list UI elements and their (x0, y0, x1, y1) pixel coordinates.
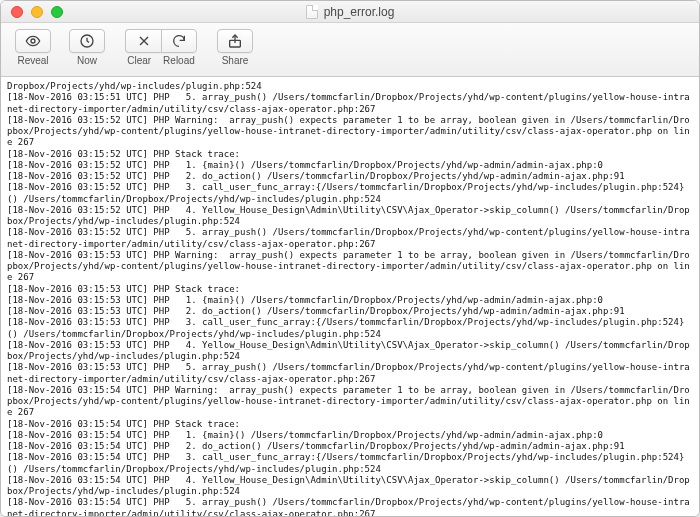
reveal-button[interactable] (15, 29, 51, 53)
log-line: [18-Nov-2016 03:15:54 UTC] PHP 5. array_… (7, 497, 693, 516)
share-button[interactable] (217, 29, 253, 53)
log-line: [18-Nov-2016 03:15:54 UTC] PHP 4. Yellow… (7, 475, 693, 498)
log-line: Dropbox/Projects/yhd/wp-includes/plugin.… (7, 81, 693, 92)
log-line: [18-Nov-2016 03:15:53 UTC] PHP 1. {main}… (7, 295, 693, 306)
reveal-label: Reveal (17, 55, 48, 66)
window-title: php_error.log (306, 5, 395, 19)
now-button[interactable] (69, 29, 105, 53)
now-item: Now (67, 29, 107, 66)
reload-button[interactable] (161, 29, 197, 53)
log-line: [18-Nov-2016 03:15:53 UTC] PHP 5. array_… (7, 362, 693, 385)
clear-label: Clear (127, 55, 151, 66)
log-line: [18-Nov-2016 03:15:52 UTC] PHP Stack tra… (7, 149, 693, 160)
log-area[interactable]: Dropbox/Projects/yhd/wp-includes/plugin.… (1, 77, 699, 516)
reload-icon (171, 33, 187, 49)
zoom-icon[interactable] (51, 6, 63, 18)
log-line: [18-Nov-2016 03:15:52 UTC] PHP 3. call_u… (7, 182, 693, 205)
log-line: [18-Nov-2016 03:15:54 UTC] PHP 3. call_u… (7, 452, 693, 475)
share-icon (227, 33, 243, 49)
minimize-icon[interactable] (31, 6, 43, 18)
log-line: [18-Nov-2016 03:15:53 UTC] PHP 4. Yellow… (7, 340, 693, 363)
log-line: [18-Nov-2016 03:15:53 UTC] PHP 2. do_act… (7, 306, 693, 317)
log-line: [18-Nov-2016 03:15:51 UTC] PHP 5. array_… (7, 92, 693, 115)
log-line: [18-Nov-2016 03:15:54 UTC] PHP 1. {main}… (7, 430, 693, 441)
window-title-text: php_error.log (324, 5, 395, 19)
titlebar[interactable]: php_error.log (1, 1, 699, 23)
log-line: [18-Nov-2016 03:15:53 UTC] PHP Warning: … (7, 250, 693, 284)
share-label: Share (222, 55, 249, 66)
log-line: [18-Nov-2016 03:15:53 UTC] PHP 3. call_u… (7, 317, 693, 340)
svg-point-0 (31, 39, 35, 43)
clear-button[interactable] (125, 29, 161, 53)
toolbar: Reveal Now (1, 23, 699, 77)
log-line: [18-Nov-2016 03:15:52 UTC] PHP 4. Yellow… (7, 205, 693, 228)
log-window: php_error.log Reveal Now (0, 0, 700, 517)
clear-reload-item: Clear Reload (121, 29, 201, 66)
document-icon (306, 5, 318, 19)
log-line: [18-Nov-2016 03:15:52 UTC] PHP 1. {main}… (7, 160, 693, 171)
share-item: Share (215, 29, 255, 66)
reload-label: Reload (163, 55, 195, 66)
x-icon (136, 33, 152, 49)
traffic-lights (11, 6, 63, 18)
close-icon[interactable] (11, 6, 23, 18)
now-label: Now (77, 55, 97, 66)
log-line: [18-Nov-2016 03:15:52 UTC] PHP 5. array_… (7, 227, 693, 250)
log-line: [18-Nov-2016 03:15:53 UTC] PHP Stack tra… (7, 284, 693, 295)
log-line: [18-Nov-2016 03:15:54 UTC] PHP Stack tra… (7, 419, 693, 430)
clock-icon (79, 33, 95, 49)
log-line: [18-Nov-2016 03:15:52 UTC] PHP 2. do_act… (7, 171, 693, 182)
log-line: [18-Nov-2016 03:15:54 UTC] PHP Warning: … (7, 385, 693, 419)
log-line: [18-Nov-2016 03:15:54 UTC] PHP 2. do_act… (7, 441, 693, 452)
reveal-item: Reveal (13, 29, 53, 66)
log-line: [18-Nov-2016 03:15:52 UTC] PHP Warning: … (7, 115, 693, 149)
eye-icon (25, 33, 41, 49)
